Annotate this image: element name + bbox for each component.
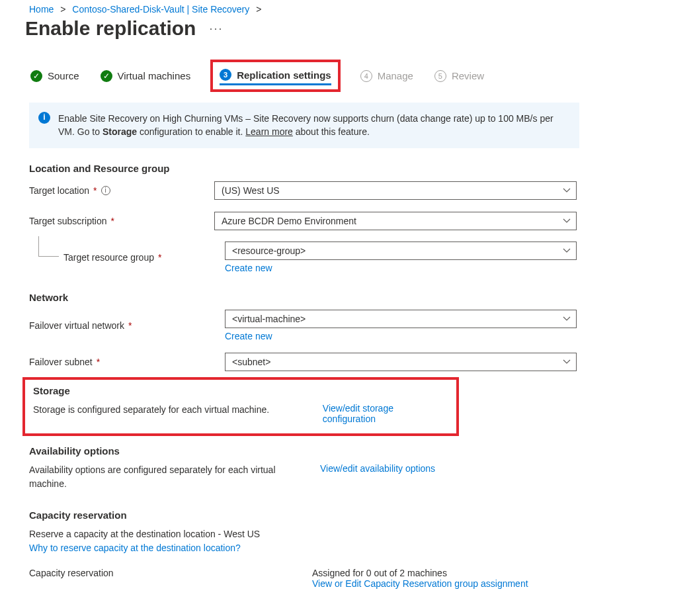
highlight-storage-section: Storage Storage is configured separately… <box>22 377 459 436</box>
banner-text: configuration to enable it. <box>137 126 245 137</box>
required-indicator: * <box>111 216 114 226</box>
tab-label: Replication settings <box>237 69 331 81</box>
view-edit-capacity-link[interactable]: View or Edit Capacity Reservation group … <box>312 578 528 589</box>
info-icon: i <box>38 112 50 124</box>
info-banner: i Enable Site Recovery on High Churning … <box>29 103 579 148</box>
section-network-heading: Network <box>29 292 697 303</box>
checkmark-icon: ✓ <box>30 70 42 82</box>
availability-desc: Availability options are configured sepa… <box>29 463 300 491</box>
select-value: Azure BCDR Demo Environment <box>222 216 356 226</box>
tab-label: Manage <box>378 70 413 81</box>
tab-label: Source <box>48 70 79 81</box>
highlight-replication-tab: 3 Replication settings <box>210 60 341 92</box>
tab-label: Virtual machines <box>118 70 191 81</box>
tab-replication-settings[interactable]: 3 Replication settings <box>220 66 331 85</box>
capacity-reservation-label: Capacity reservation <box>29 568 114 578</box>
breadcrumb: Home > Contoso-Shared-Disk-Vault | Site … <box>0 0 697 17</box>
target-resource-group-label: Target resource group <box>63 252 154 263</box>
failover-subnet-select[interactable]: <subnet> <box>225 353 577 371</box>
breadcrumb-vault[interactable]: Contoso-Shared-Disk-Vault | Site Recover… <box>72 4 249 15</box>
chevron-right-icon: > <box>256 4 261 15</box>
step-number-icon: 4 <box>360 70 372 82</box>
checkmark-icon: ✓ <box>101 70 112 82</box>
chevron-down-icon <box>563 188 571 193</box>
chevron-right-icon: > <box>60 4 65 15</box>
select-value: <resource-group> <box>232 245 306 256</box>
failover-subnet-label: Failover subnet <box>29 357 93 367</box>
create-new-rg-link[interactable]: Create new <box>225 263 272 273</box>
chevron-down-icon <box>563 218 571 224</box>
chevron-down-icon <box>563 316 571 322</box>
required-indicator: * <box>128 320 132 331</box>
target-subscription-select[interactable]: Azure BCDR Demo Environment <box>214 212 577 230</box>
tab-manage: 4 Manage <box>359 66 415 86</box>
chevron-down-icon <box>563 359 571 365</box>
section-storage-heading: Storage <box>33 385 448 396</box>
select-value: <virtual-machine> <box>232 314 306 324</box>
target-subscription-label: Target subscription <box>29 216 107 226</box>
info-hint-icon[interactable]: i <box>101 186 110 195</box>
failover-vnet-label: Failover virtual network <box>29 320 124 331</box>
view-edit-availability-link[interactable]: View/edit availability options <box>320 463 435 474</box>
storage-desc: Storage is configured separately for eac… <box>33 403 303 417</box>
tab-label: Review <box>452 70 484 81</box>
view-edit-storage-link[interactable]: View/edit storage configuration <box>323 403 448 424</box>
page-title: Enable replication <box>25 17 196 40</box>
tab-review: 5 Review <box>433 66 485 86</box>
learn-more-link[interactable]: Learn more <box>245 126 293 137</box>
banner-bold: Storage <box>102 126 137 137</box>
required-indicator: * <box>158 252 161 263</box>
target-location-label: Target location <box>29 185 89 196</box>
required-indicator: * <box>97 357 100 367</box>
capacity-why-link[interactable]: Why to reserve capacity at the destinati… <box>29 543 697 553</box>
required-indicator: * <box>93 185 97 196</box>
tab-virtual-machines[interactable]: ✓ Virtual machines <box>99 66 192 86</box>
select-value: <subnet> <box>232 357 270 367</box>
step-number-icon: 5 <box>434 70 446 82</box>
capacity-assigned-text: Assigned for 0 out of 2 machines <box>312 568 528 578</box>
select-value: (US) West US <box>222 185 280 196</box>
section-capacity-heading: Capacity reservation <box>29 509 697 521</box>
target-location-select[interactable]: (US) West US <box>214 181 577 200</box>
section-location-heading: Location and Resource group <box>29 163 697 174</box>
target-resource-group-select[interactable]: <resource-group> <box>225 242 577 260</box>
step-number-icon: 3 <box>220 69 231 81</box>
breadcrumb-home[interactable]: Home <box>29 4 54 15</box>
more-actions-button[interactable]: ··· <box>209 22 223 36</box>
wizard-tabs: ✓ Source ✓ Virtual machines 3 Replicatio… <box>0 60 697 103</box>
failover-vnet-select[interactable]: <virtual-machine> <box>225 310 577 328</box>
create-new-vnet-link[interactable]: Create new <box>225 331 272 341</box>
tab-source[interactable]: ✓ Source <box>29 66 81 86</box>
capacity-desc: Reserve a capacity at the destination lo… <box>29 527 697 541</box>
section-availability-heading: Availability options <box>29 445 697 457</box>
chevron-down-icon <box>563 248 571 253</box>
banner-text: about this feature. <box>293 126 370 137</box>
